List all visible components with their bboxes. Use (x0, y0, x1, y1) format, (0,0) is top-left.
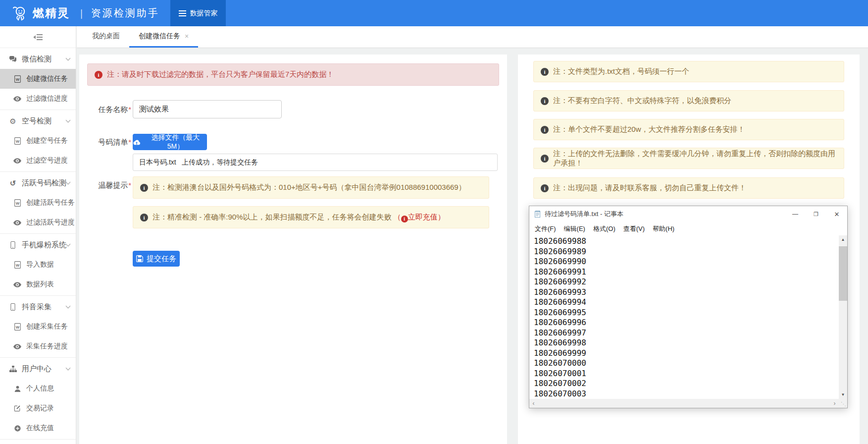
minimize-button[interactable]: — (785, 206, 806, 222)
sidebar-item-import-data[interactable]: W 导入数据 (0, 255, 76, 275)
accuracy-tip-note: i 注：精准检测 - 准确率:90%以上，如果扫描额度不足，任务将会创建失败 （… (133, 206, 489, 228)
close-button[interactable]: ✕ (826, 206, 847, 222)
info-icon: i (140, 214, 148, 222)
menu-help[interactable]: 帮助(H) (649, 224, 678, 233)
sidebar-item-transaction-records[interactable]: 交易记录 (0, 398, 76, 418)
phone-number-line: 18026069988 (534, 236, 839, 247)
note-contact-support: i 注：出现问题，请及时联系客服，切勿自己重复上传文件！ (533, 177, 844, 199)
sidebar-collapse-strip (0, 26, 76, 48)
sidebar-collapse-icon[interactable] (33, 34, 43, 41)
scroll-up-icon[interactable]: ▲ (839, 235, 847, 244)
notepad-titlebar[interactable]: 待过滤号码清单.txt - 记事本 — ❐ ✕ (529, 206, 847, 222)
mobile-icon (8, 303, 17, 311)
sidebar-item-create-empty-task[interactable]: W 创建空号任务 (0, 131, 76, 151)
sidebar-item-label: 过滤微信进度 (26, 94, 68, 103)
phone-number-line: 18026069995 (534, 308, 839, 318)
sidebar-group-user-center[interactable]: 用户中心 (0, 359, 76, 379)
sidebar-group: 用户中心 个人信息 交易记录 在线充值 (0, 358, 76, 440)
retention-alert: i 注：请及时下载过滤完的数据，平台只为客户保留最近7天内的数据！ (87, 63, 499, 86)
notepad-text-area[interactable]: 18026069988 18026069989 18026069990 1802… (529, 235, 839, 399)
sidebar-item-data-list[interactable]: 数据列表 (0, 275, 76, 294)
phone-number-line: 18026069992 (534, 277, 839, 287)
scroll-left-icon[interactable]: ‹ (529, 399, 538, 408)
sidebar-item-label: 在线充值 (26, 424, 54, 433)
data-manager-button[interactable]: 数据管家 (170, 0, 226, 26)
sidebar-group: 抖音采集 W 创建采集任务 采集任务进度 (0, 296, 76, 358)
file-word-icon: W (13, 323, 21, 331)
chevron-down-icon (66, 179, 71, 184)
sidebar-item-online-recharge[interactable]: 在线充值 (0, 418, 76, 438)
upload-status-box: 日本号码.txt 上传成功，等待提交任务 (133, 154, 498, 171)
sidebar-item-label: 采集任务进度 (26, 342, 68, 351)
menu-file[interactable]: 文件(F) (531, 224, 560, 233)
phone-number-line: 18026069990 (534, 257, 839, 267)
file-word-icon: W (13, 137, 21, 145)
recharge-now-link[interactable]: 立即充值 (408, 213, 438, 221)
notepad-body: 18026069988 18026069989 18026069990 1802… (529, 235, 847, 408)
chevron-down-icon (66, 56, 71, 60)
save-icon (136, 255, 143, 262)
maximize-button[interactable]: ❐ (806, 206, 826, 222)
sidebar-group-label: 空号检测 (22, 116, 66, 126)
tab-close-icon[interactable]: × (185, 32, 189, 40)
sidebar-item-filter-wechat-progress[interactable]: 过滤微信进度 (0, 89, 76, 109)
tab-create-wechat-task[interactable]: 创建微信任务 × (129, 26, 198, 48)
menu-view[interactable]: 查看(V) (619, 224, 649, 233)
choose-file-button[interactable]: 选择文件（最大5M） (133, 134, 207, 150)
sidebar-item-create-collect-task[interactable]: W 创建采集任务 (0, 317, 76, 336)
sidebar-item-create-wechat-task[interactable]: W 创建微信任务 (0, 69, 76, 89)
sidebar-item-collect-task-progress[interactable]: 采集任务进度 (0, 336, 76, 356)
sidebar-item-label: 过滤活跃号进度 (26, 218, 75, 227)
notes-panel: i 注：文件类型为.txt文档，号码须一行一个 i 注：不要有空白字符、中文或特… (518, 55, 860, 444)
upload-cloud-icon (133, 139, 141, 145)
edit-icon (13, 405, 21, 412)
info-icon: i (401, 216, 408, 222)
tab-label: 创建微信任务 (139, 32, 180, 41)
task-name-input[interactable] (133, 100, 282, 118)
vertical-scroll-thumb[interactable] (839, 246, 847, 301)
sidebar-group-label: 手机爆粉系统 (22, 240, 66, 250)
sidebar-group: ⚙ 空号检测 W 创建空号任务 过滤空号进度 (0, 110, 76, 172)
eye-icon (13, 96, 21, 102)
vertical-scrollbar[interactable]: ▲ ▼ (839, 235, 847, 399)
brand-name: 燃精灵 (33, 5, 70, 21)
sitemap-icon (8, 366, 17, 372)
tips-label: 温馨提示* (87, 181, 131, 190)
menu-format[interactable]: 格式(O) (589, 224, 619, 233)
chevron-down-icon (66, 117, 71, 122)
scroll-right-icon[interactable]: › (830, 399, 839, 408)
sidebar-item-personal-info[interactable]: 个人信息 (0, 379, 76, 398)
note-text: 注：文件类型为.txt文档，号码须一行一个 (553, 67, 689, 76)
sidebar-group-phone-fans-system[interactable]: 手机爆粉系统 (0, 235, 76, 255)
menu-edit[interactable]: 编辑(E) (560, 224, 589, 233)
eye-icon (13, 158, 21, 164)
tab-my-desktop[interactable]: 我的桌面 (83, 26, 129, 48)
phone-number-line: 18026069999 (534, 348, 839, 359)
sidebar-item-label: 交易记录 (26, 404, 54, 413)
horizontal-scrollbar[interactable]: ‹ › (529, 399, 839, 408)
note-text: 注：不要有空白字符、中文或特殊字符，以免浪费积分 (553, 96, 731, 106)
sidebar-item-label: 数据列表 (26, 280, 54, 289)
comments-icon (8, 56, 17, 62)
sidebar-group-wechat-check[interactable]: 微信检测 (0, 49, 76, 69)
tab-bar: 我的桌面 创建微信任务 × (77, 26, 868, 48)
resize-grip-icon[interactable]: ⋱ (839, 399, 847, 408)
sidebar-item-label: 创建空号任务 (26, 136, 68, 145)
sidebar-group-label: 活跃号码检测 (22, 178, 66, 188)
scroll-down-icon[interactable]: ▼ (839, 390, 847, 399)
sidebar-item-filter-active-progress[interactable]: 过滤活跃号进度 (0, 213, 76, 232)
phone-number-line: 18026070002 (534, 379, 839, 389)
tab-label: 我的桌面 (92, 32, 120, 41)
sidebar-group-douyin-collect[interactable]: 抖音采集 (0, 297, 76, 317)
sidebar-item-create-active-task[interactable]: W 创建活跃号任务 (0, 193, 76, 213)
note-no-whitespace: i 注：不要有空白字符、中文或特殊字符，以免浪费积分 (533, 90, 844, 111)
sidebar-item-filter-empty-progress[interactable]: 过滤空号进度 (0, 151, 76, 170)
note-text: 注：上传的文件无法删除，文件需要缓冲几分钟，请勿重复上传，否则扣除的额度由用户承… (553, 149, 837, 168)
format-tip-text: 注：检测港澳台以及国外号码格式为：010+地区号+号码（拿中国台湾举例01088… (153, 183, 466, 192)
sidebar-group-empty-number-check[interactable]: ⚙ 空号检测 (0, 111, 76, 131)
info-icon: i (95, 71, 102, 79)
sidebar-item-label: 过滤空号进度 (26, 156, 68, 165)
submit-task-button[interactable]: 提交任务 (133, 251, 180, 267)
sidebar-group-active-number-check[interactable]: ↺ 活跃号码检测 (0, 173, 76, 193)
phone-number-line: 18026070003 (534, 389, 839, 399)
